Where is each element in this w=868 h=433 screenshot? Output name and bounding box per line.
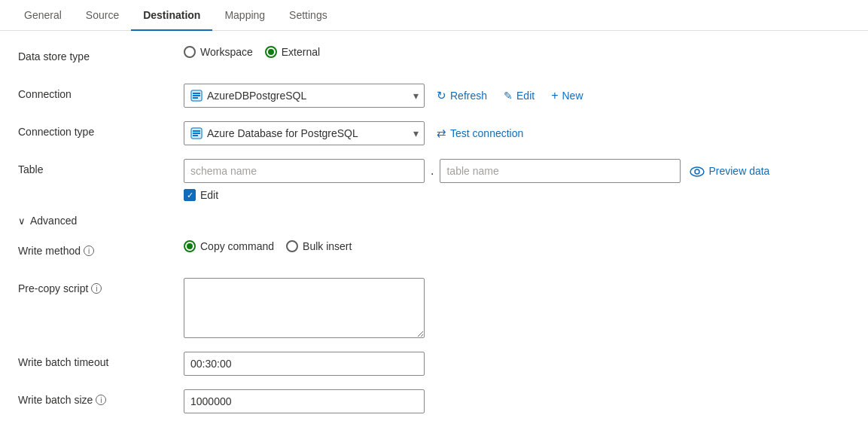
workspace-label: Workspace bbox=[200, 46, 253, 58]
bulk-insert-radio-circle bbox=[286, 240, 298, 252]
svg-point-4 bbox=[690, 167, 704, 176]
connection-type-select[interactable]: Azure Database for PostgreSQL bbox=[184, 121, 425, 145]
tab-bar: General Source Destination Mapping Setti… bbox=[0, 0, 868, 31]
test-connection-label: Test connection bbox=[450, 127, 523, 139]
edit-label: Edit bbox=[516, 90, 535, 102]
edit-connection-button[interactable]: ✎ Edit bbox=[499, 87, 539, 105]
table-dot-separator: . bbox=[429, 164, 435, 178]
pre-copy-script-textarea[interactable] bbox=[184, 278, 425, 338]
write-method-radio-group: Copy command Bulk insert bbox=[184, 240, 352, 252]
write-method-control: Copy command Bulk insert bbox=[184, 240, 850, 252]
write-batch-size-info-icon[interactable]: i bbox=[96, 395, 106, 405]
write-batch-timeout-input[interactable] bbox=[184, 352, 425, 376]
write-batch-size-control bbox=[184, 389, 850, 413]
advanced-section-label: Advanced bbox=[30, 215, 77, 227]
preview-icon bbox=[690, 165, 705, 177]
schema-name-input[interactable] bbox=[184, 159, 425, 183]
write-batch-timeout-row: Write batch timeout bbox=[18, 352, 850, 376]
plus-icon: + bbox=[551, 89, 558, 102]
pre-copy-script-row: Pre-copy script i bbox=[18, 278, 850, 338]
edit-checkbox-container[interactable]: ✓ Edit bbox=[184, 189, 218, 201]
new-label: New bbox=[562, 90, 583, 102]
connection-db-icon bbox=[190, 89, 203, 102]
connection-type-select-container: Azure Database for PostgreSQL ▾ bbox=[184, 121, 425, 145]
advanced-section-toggle[interactable]: ∨ Advanced bbox=[18, 215, 850, 227]
test-connection-icon: ⇄ bbox=[437, 127, 446, 140]
external-label: External bbox=[282, 46, 320, 58]
advanced-collapse-icon: ∨ bbox=[18, 215, 26, 227]
write-batch-size-input[interactable] bbox=[184, 389, 425, 413]
write-batch-size-row: Write batch size i bbox=[18, 389, 850, 413]
workspace-radio-circle bbox=[184, 46, 196, 58]
write-batch-timeout-control bbox=[184, 352, 850, 376]
tab-destination[interactable]: Destination bbox=[131, 0, 212, 30]
connection-select[interactable]: AzureDBPostgreSQL bbox=[184, 84, 425, 108]
table-row: Table . Preview data bbox=[18, 159, 850, 201]
svg-point-5 bbox=[695, 169, 699, 174]
tab-source[interactable]: Source bbox=[74, 0, 131, 30]
write-method-row: Write method i Copy command Bulk insert bbox=[18, 240, 850, 264]
copy-command-radio-circle bbox=[184, 240, 196, 252]
connection-control: AzureDBPostgreSQL ▾ ↻ Refresh ✎ Edit + N… bbox=[184, 84, 850, 108]
edit-checkbox: ✓ bbox=[184, 189, 196, 201]
edit-checkbox-label: Edit bbox=[200, 189, 218, 201]
tab-general[interactable]: General bbox=[12, 0, 74, 30]
form-content: Data store type Workspace External Conne… bbox=[0, 31, 868, 433]
bulk-insert-radio-option[interactable]: Bulk insert bbox=[286, 240, 352, 252]
bulk-insert-label: Bulk insert bbox=[303, 240, 352, 252]
connection-type-control: Azure Database for PostgreSQL ▾ ⇄ Test c… bbox=[184, 121, 850, 145]
data-store-type-control: Workspace External bbox=[184, 46, 850, 58]
connection-type-row: Connection type Azure Database for Postg… bbox=[18, 121, 850, 145]
pre-copy-script-control bbox=[184, 278, 850, 338]
connection-type-db-icon bbox=[190, 127, 203, 140]
connection-type-label: Connection type bbox=[18, 121, 184, 138]
tab-settings[interactable]: Settings bbox=[277, 0, 340, 30]
copy-command-radio-option[interactable]: Copy command bbox=[184, 240, 274, 252]
write-batch-size-label: Write batch size i bbox=[18, 389, 184, 406]
external-radio-option[interactable]: External bbox=[265, 46, 320, 58]
table-name-input[interactable] bbox=[440, 159, 681, 183]
new-connection-button[interactable]: + New bbox=[547, 86, 587, 105]
table-control: . Preview data bbox=[184, 159, 850, 201]
refresh-button[interactable]: ↻ Refresh bbox=[432, 86, 492, 105]
data-store-radio-group: Workspace External bbox=[184, 46, 320, 58]
pre-copy-script-info-icon[interactable]: i bbox=[91, 283, 102, 294]
write-method-info-icon[interactable]: i bbox=[84, 245, 94, 256]
write-method-label: Write method i bbox=[18, 240, 184, 257]
check-icon: ✓ bbox=[187, 191, 193, 200]
connection-select-container: AzureDBPostgreSQL ▾ bbox=[184, 84, 425, 108]
connection-label: Connection bbox=[18, 84, 184, 100]
tab-mapping[interactable]: Mapping bbox=[212, 0, 277, 30]
data-store-type-row: Data store type Workspace External bbox=[18, 46, 850, 70]
data-store-type-label: Data store type bbox=[18, 46, 184, 63]
workspace-radio-option[interactable]: Workspace bbox=[184, 46, 253, 58]
preview-data-button[interactable]: Preview data bbox=[685, 162, 774, 180]
preview-data-label: Preview data bbox=[708, 165, 769, 177]
connection-row: Connection AzureDBPostgreSQL ▾ ↻ Refresh bbox=[18, 84, 850, 108]
external-radio-circle bbox=[265, 46, 277, 58]
edit-icon: ✎ bbox=[504, 90, 513, 102]
copy-command-label: Copy command bbox=[200, 240, 274, 252]
table-label: Table bbox=[18, 159, 184, 175]
write-batch-timeout-label: Write batch timeout bbox=[18, 352, 184, 368]
test-connection-button[interactable]: ⇄ Test connection bbox=[432, 123, 528, 143]
refresh-icon: ↻ bbox=[437, 89, 446, 102]
pre-copy-script-label: Pre-copy script i bbox=[18, 278, 184, 294]
refresh-label: Refresh bbox=[450, 90, 487, 102]
